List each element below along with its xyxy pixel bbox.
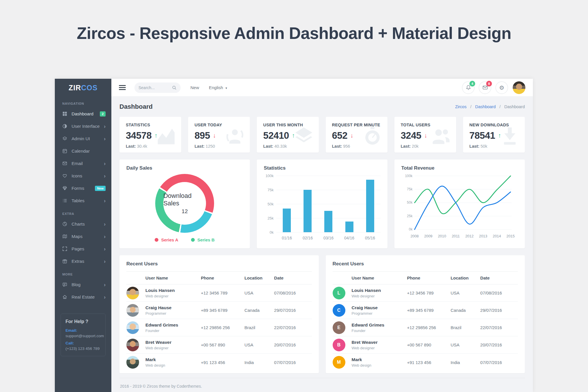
- sidebar-item-charts[interactable]: Charts ›: [55, 218, 111, 230]
- user-letter-avatar: L: [333, 287, 345, 299]
- user-location: USA: [244, 290, 274, 295]
- stat-value: 652: [332, 130, 348, 141]
- stat-last-label: Last:: [126, 144, 136, 149]
- user-name: Louis Hansen: [352, 288, 407, 293]
- logo-part2: COS: [81, 84, 98, 92]
- user-date: 22/07/2016: [274, 325, 312, 330]
- sidebar-item-dashboard[interactable]: Dashboard 2: [55, 108, 111, 120]
- y-tick-label: 50k: [267, 202, 274, 206]
- sidebar-item-maps[interactable]: Maps ›: [55, 230, 111, 243]
- column-header: User Name: [352, 275, 407, 280]
- user-date: 07/07/2016: [274, 360, 312, 365]
- trend-down-icon: ↓: [424, 132, 427, 139]
- sidebar-item-calendar[interactable]: Calendar: [55, 145, 111, 157]
- menu-toggle-icon[interactable]: [119, 84, 126, 91]
- bar: [283, 209, 291, 232]
- sidebar-item-forms[interactable]: Forms New: [55, 182, 111, 194]
- user-name: Bret Weaver: [352, 340, 407, 345]
- download-icon: [499, 125, 520, 146]
- charts-row: Daily Sales Download Sales 12 Series A S…: [119, 160, 525, 248]
- donut-center-value: 12: [182, 208, 188, 215]
- sidebar-item-admin-ui[interactable]: Admin UI ›: [55, 132, 111, 145]
- sidebar-item-blog[interactable]: Blog ›: [55, 278, 111, 291]
- search-input[interactable]: [138, 85, 172, 90]
- stat-value: 34578: [126, 130, 151, 141]
- user-location: India: [451, 360, 480, 365]
- breadcrumb-link-zircos[interactable]: Zircos: [455, 104, 466, 109]
- language-label: English: [209, 85, 223, 90]
- chevron-right-icon: ›: [104, 124, 106, 129]
- y-tick-label: 50k: [407, 200, 412, 205]
- notifications-button[interactable]: 4: [462, 81, 475, 94]
- line-series-blue-series: [415, 186, 511, 229]
- user-date: 07/08/2016: [274, 290, 312, 295]
- help-call-label: Call:: [65, 341, 101, 345]
- stat-last-value: 20k: [412, 144, 418, 149]
- language-dropdown[interactable]: English ▾: [209, 85, 227, 90]
- y-tick-label: 0k: [409, 227, 413, 231]
- recent-users-table: User NamePhoneLocationDateLouis HansenWe…: [126, 271, 312, 371]
- user-avatar-menu[interactable]: [513, 81, 525, 94]
- settings-button[interactable]: ⚙: [495, 81, 508, 94]
- y-tick-label: 100k: [405, 174, 412, 178]
- breadcrumb-link-dashboard[interactable]: Dashboard: [475, 104, 496, 109]
- user-date: 20/07/2016: [274, 342, 312, 347]
- search-icon[interactable]: [172, 85, 177, 90]
- table-row: LLouis HansenWeb designer+12 3456 789USA…: [333, 284, 518, 302]
- x-tick-label: 2009: [424, 234, 432, 238]
- y-tick-label: 0k: [270, 230, 274, 235]
- contrast-icon: [62, 124, 67, 129]
- stat-card-new-downloads: NEW DOWNLOADS 78541↑ Last:50k: [463, 117, 525, 153]
- user-phone: +12 29856 256: [201, 325, 244, 330]
- user-name: Louis Hansen: [145, 288, 201, 293]
- y-tick-label: 75k: [267, 188, 274, 192]
- chart-title: Statistics: [264, 165, 380, 171]
- user-role: Web designer: [352, 294, 407, 298]
- x-tick-label: 2014: [493, 234, 501, 238]
- user-role: Programmer: [352, 311, 407, 316]
- chevron-right-icon: ›: [104, 222, 106, 227]
- legend-dot: [191, 238, 195, 242]
- sidebar-item-tables[interactable]: Tables ›: [55, 194, 111, 207]
- user-role: Founder: [145, 329, 201, 333]
- chat-icon: [62, 282, 67, 287]
- app-window: ZIRCOS NAVIGATION Dashboard 2 User Inter…: [55, 79, 533, 392]
- user-location: Brazil: [244, 325, 274, 330]
- new-menu-item[interactable]: New: [190, 85, 199, 90]
- user-name: Craig Hause: [145, 305, 201, 310]
- x-tick-label: 05/16: [360, 236, 381, 240]
- help-phone-value: (+123) 123 456 789: [65, 346, 101, 351]
- user-photo-avatar: [126, 287, 139, 299]
- x-tick-label: 02/16: [297, 236, 318, 240]
- sidebar-item-real-estate[interactable]: Real Estate ›: [55, 291, 111, 303]
- user-name: Mark: [145, 357, 201, 362]
- user-photo-avatar: [126, 339, 139, 351]
- more-section-label: MORE: [55, 267, 111, 278]
- line-chart-icon: [156, 125, 177, 146]
- user-sync-icon: [224, 125, 245, 146]
- stat-last-label: Last:: [194, 144, 205, 149]
- breadcrumb: Zircos / Dashboard / Dashboard: [455, 104, 525, 109]
- sidebar-item-icons[interactable]: Icons ›: [55, 170, 111, 182]
- messages-button[interactable]: 8: [479, 81, 491, 94]
- y-tick-label: 25k: [407, 214, 412, 218]
- sidebar-item-email[interactable]: Email ›: [55, 157, 111, 170]
- column-header: Date: [274, 275, 312, 280]
- sidebar-item-label: Forms: [72, 186, 95, 191]
- stat-cards-row: STATISTICS 34578↑ Last:30.4k USER TODAY …: [119, 117, 525, 153]
- user-phone: +12 3456 789: [201, 290, 244, 295]
- breadcrumb-separator: /: [499, 104, 501, 109]
- bar: [366, 180, 374, 232]
- stat-last-value: 956: [343, 144, 350, 149]
- user-phone: +89 345 6789: [201, 308, 244, 313]
- sidebar-item-pages[interactable]: Pages ›: [55, 243, 111, 255]
- legend-dot: [155, 238, 158, 242]
- user-role: Web design: [352, 363, 407, 367]
- table-row: CCraig HauseProgrammer+89 345 6789Canada…: [333, 302, 518, 319]
- sidebar-item-extras[interactable]: Extras ›: [55, 255, 111, 267]
- app-logo[interactable]: ZIRCOS: [55, 79, 111, 97]
- sidebar-item-user-interface[interactable]: User Interface ›: [55, 120, 111, 132]
- stack-icon: [293, 125, 314, 146]
- statistics-card: Statistics 100k75k50k25k0k 01/1602/1603/…: [257, 160, 387, 248]
- legend-item-series-b: Series B: [191, 237, 215, 242]
